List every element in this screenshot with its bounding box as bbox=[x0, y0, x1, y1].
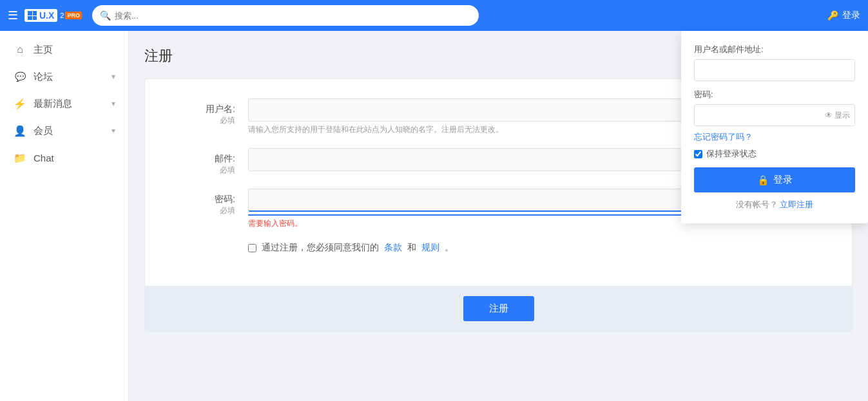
lock-icon: 🔒 bbox=[757, 174, 769, 186]
logo-box: U.X bbox=[24, 9, 57, 22]
login-username-label: 用户名或邮件地址: bbox=[694, 44, 855, 55]
menu-icon[interactable]: ☰ bbox=[8, 8, 18, 23]
sidebar-label-home: 主页 bbox=[34, 44, 115, 56]
terms-text: 通过注册，您必须同意我们的 bbox=[262, 242, 379, 254]
sidebar-item-news[interactable]: ⚡ 最新消息 ▾ bbox=[0, 90, 128, 117]
members-chevron-icon: ▾ bbox=[111, 126, 115, 135]
login-button-header[interactable]: 🔑 登录 bbox=[827, 10, 860, 21]
sidebar-label-news: 最新消息 bbox=[34, 98, 111, 110]
logo-text: U.X bbox=[39, 10, 54, 21]
logo-grid-icon bbox=[28, 11, 37, 20]
header: ☰ U.X 2 PRO 🔍 🔑 登录 bbox=[0, 0, 868, 31]
register-now-link[interactable]: 立即注册 bbox=[780, 200, 813, 209]
rules-link[interactable]: 规则 bbox=[421, 242, 439, 254]
login-eye-icon: 👁 bbox=[825, 111, 833, 120]
register-submit-button[interactable]: 注册 bbox=[463, 296, 534, 321]
forum-icon: 💬 bbox=[13, 70, 27, 84]
username-label: 用户名: 必填 bbox=[171, 98, 248, 126]
news-chevron-icon: ▾ bbox=[111, 99, 115, 108]
logo-superscript: 2 bbox=[60, 12, 64, 19]
login-button-label: 登录 bbox=[773, 174, 793, 186]
remember-checkbox[interactable] bbox=[694, 150, 702, 158]
login-password-label: 密码: bbox=[694, 89, 855, 100]
sidebar-item-members[interactable]: 👤 会员 ▾ bbox=[0, 117, 128, 144]
logo: U.X 2 PRO bbox=[24, 9, 82, 22]
no-account-row: 没有帐号？ 立即注册 bbox=[694, 199, 855, 210]
terms-end: 。 bbox=[445, 242, 454, 254]
terms-and: 和 bbox=[407, 242, 416, 254]
email-required: 必填 bbox=[171, 165, 235, 176]
username-required: 必填 bbox=[171, 115, 235, 126]
login-dropdown: 用户名或邮件地址: 密码: 👁 显示 忘记密码了吗？ 保持登录状态 🔒 登录 bbox=[681, 31, 868, 223]
login-username-input[interactable] bbox=[694, 59, 855, 81]
sidebar-item-chat[interactable]: 📁 Chat bbox=[0, 144, 128, 171]
logo-pro-badge: PRO bbox=[65, 12, 82, 19]
search-icon: 🔍 bbox=[100, 10, 111, 21]
remember-row: 保持登录状态 bbox=[694, 148, 855, 160]
news-icon: ⚡ bbox=[13, 97, 27, 111]
search-bar[interactable]: 🔍 bbox=[92, 5, 479, 26]
terms-checkbox[interactable] bbox=[248, 244, 256, 252]
terms-row: 通过注册，您必须同意我们的 条款 和 规则 。 bbox=[248, 242, 826, 254]
main-content: 注册 用户名: 必填 请输入您所支持的用于登陆和在此站点为人知晓的名字。注册后无… bbox=[129, 31, 868, 401]
register-footer: 注册 bbox=[145, 286, 852, 331]
password-label: 密码: 必填 bbox=[171, 189, 248, 216]
email-label: 邮件: 必填 bbox=[171, 148, 248, 176]
forgot-password-link[interactable]: 忘记密码了吗？ bbox=[694, 131, 855, 143]
terms-link[interactable]: 条款 bbox=[384, 242, 402, 254]
main-layout: ⌂ 主页 💬 论坛 ▾ ⚡ 最新消息 ▾ 👤 会员 ▾ 📁 Chat 注册 bbox=[0, 31, 868, 401]
sidebar-label-chat: Chat bbox=[34, 153, 115, 163]
sidebar: ⌂ 主页 💬 论坛 ▾ ⚡ 最新消息 ▾ 👤 会员 ▾ 📁 Chat bbox=[0, 31, 129, 401]
password-required: 必填 bbox=[171, 205, 235, 216]
members-icon: 👤 bbox=[13, 124, 27, 138]
remember-label: 保持登录状态 bbox=[706, 148, 757, 160]
login-submit-button[interactable]: 🔒 登录 bbox=[694, 167, 855, 192]
search-input[interactable] bbox=[115, 11, 471, 21]
home-icon: ⌂ bbox=[13, 42, 27, 57]
no-account-text: 没有帐号？ bbox=[736, 200, 778, 209]
login-password-row: 👁 显示 bbox=[694, 104, 855, 126]
sidebar-label-members: 会员 bbox=[34, 125, 111, 137]
sidebar-label-forum: 论坛 bbox=[34, 71, 111, 83]
login-show-password-button[interactable]: 👁 显示 bbox=[825, 110, 850, 121]
chat-icon: 📁 bbox=[13, 151, 27, 165]
login-label: 登录 bbox=[842, 10, 860, 21]
sidebar-item-forum[interactable]: 💬 论坛 ▾ bbox=[0, 63, 128, 90]
forum-chevron-icon: ▾ bbox=[111, 72, 115, 81]
key-icon: 🔑 bbox=[827, 10, 838, 21]
sidebar-item-home[interactable]: ⌂ 主页 bbox=[0, 36, 128, 63]
